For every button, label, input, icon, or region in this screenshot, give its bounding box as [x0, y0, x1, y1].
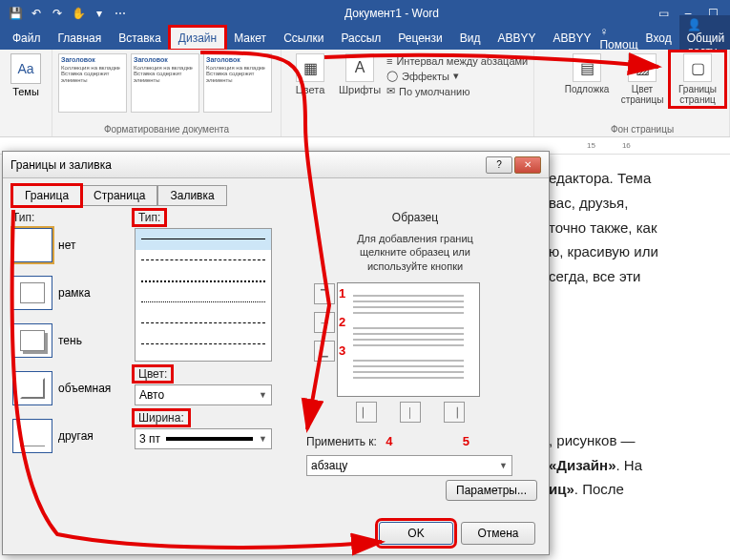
- default-icon: ✉: [386, 85, 395, 97]
- ruler-mark: 16: [622, 141, 631, 150]
- group-bg-label: Фон страницы: [561, 122, 723, 135]
- page-borders-icon: ▢: [683, 53, 712, 82]
- setting-custom[interactable]: другая: [12, 419, 125, 453]
- style-thumb[interactable]: ЗаголовокКоллекция на вкладке Вставка со…: [203, 53, 272, 113]
- apply-to-row: Применить к: 4 5 абзацу▼: [306, 434, 518, 476]
- customize-icon[interactable]: ⋯: [113, 6, 128, 21]
- save-icon[interactable]: 💾: [8, 6, 23, 21]
- group-document-formatting: ЗаголовокКоллекция на вкладке Вставка со…: [52, 50, 282, 136]
- group-colors-fonts: ▦Цвета AШрифты ≡Интервал между абзацами …: [282, 50, 534, 136]
- page-borders-button[interactable]: ▢Границы страниц: [672, 53, 723, 105]
- tab-design[interactable]: Дизайн: [170, 27, 225, 50]
- undo-icon[interactable]: ↶: [29, 6, 44, 21]
- touch-icon[interactable]: ✋: [71, 6, 86, 21]
- tab-file[interactable]: Файл: [4, 27, 50, 50]
- signin-link[interactable]: Вход: [646, 31, 672, 45]
- ribbon-opts-icon[interactable]: ▭: [656, 6, 671, 21]
- setting-label: Тип:: [12, 211, 34, 224]
- tab-layout[interactable]: Макет: [225, 27, 275, 50]
- color-label: Цвет:: [135, 367, 171, 381]
- cancel-button[interactable]: Отмена: [461, 522, 535, 545]
- ribbon-tabs: Файл Главная Вставка Дизайн Макет Ссылки…: [0, 27, 730, 50]
- themes-icon: Aа: [10, 53, 41, 84]
- setting-box[interactable]: рамка: [12, 276, 125, 310]
- chevron-down-icon: ▼: [259, 434, 267, 444]
- style-listbox[interactable]: [135, 228, 272, 362]
- width-label: Ширина:: [135, 411, 188, 425]
- tab-mailings[interactable]: Рассыл: [332, 27, 389, 50]
- group-page-background: ▤Подложка ▨Цвет страницы ▢Границы страни…: [555, 50, 730, 136]
- edge-left-button[interactable]: ▏: [356, 402, 377, 423]
- color-combo[interactable]: Авто▼: [135, 384, 272, 405]
- edge-right-button[interactable]: ▕: [444, 402, 465, 423]
- spacing-icon: ≡: [386, 55, 392, 67]
- edge-bot-button[interactable]: ▁: [314, 341, 335, 362]
- preview-box[interactable]: [337, 282, 480, 397]
- group-format-label: Форматирование документа: [58, 122, 275, 135]
- spacing-button[interactable]: ≡Интервал между абзацами: [386, 55, 528, 67]
- params-button[interactable]: Параметры...: [446, 480, 537, 501]
- apply-label: Применить к:: [306, 435, 377, 448]
- style-label: Тип:: [135, 211, 164, 224]
- tab-insert[interactable]: Вставка: [110, 27, 170, 50]
- setting-none[interactable]: нет: [12, 228, 125, 262]
- fonts-button[interactable]: AШрифты: [337, 53, 383, 135]
- edge-buttons-bottom: ▏ │ ▕: [356, 402, 465, 423]
- redo-icon[interactable]: ↷: [50, 6, 65, 21]
- dialog-tabs: Граница Страница Заливка: [12, 184, 539, 205]
- dialog-titlebar: Границы и заливка ? ✕: [3, 152, 549, 178]
- group-themes: Aа Темы: [0, 50, 52, 136]
- tab-abbyy1[interactable]: ABBYY: [489, 27, 544, 50]
- document-text: едактора. Тема вас, друзья, точно также,…: [549, 168, 728, 504]
- close-icon[interactable]: ✕: [514, 156, 541, 174]
- annot-3: 3: [339, 343, 345, 358]
- ribbon: Aа Темы ЗаголовокКоллекция на вкладке Вс…: [0, 50, 730, 137]
- help-icon[interactable]: ♀ Помощ: [599, 25, 637, 52]
- preview-hint: Для добавления границ щелкните образец и…: [334, 232, 496, 273]
- page-color-icon: ▨: [628, 53, 657, 82]
- style-set-gallery[interactable]: ЗаголовокКоллекция на вкладке Вставка со…: [58, 53, 275, 113]
- annot-2: 2: [339, 315, 345, 329]
- setting-shadow[interactable]: тень: [12, 323, 125, 358]
- effects-button[interactable]: ◯Эффекты ▾: [386, 70, 528, 82]
- titlebar: 💾 ↶ ↷ ✋ ▾ ⋯ Документ1 - Word ▭ – ☐: [0, 0, 730, 27]
- annot-4: 4: [386, 434, 392, 448]
- tab-page[interactable]: Страница: [81, 185, 157, 206]
- fonts-icon: A: [345, 53, 374, 82]
- edge-top-button[interactable]: ▔: [314, 283, 335, 304]
- tab-references[interactable]: Ссылки: [275, 27, 332, 50]
- watermark-icon: ▤: [573, 53, 601, 82]
- themes-label: Темы: [6, 86, 46, 97]
- colors-icon: ▦: [296, 53, 324, 82]
- chevron-down-icon: ▼: [259, 390, 267, 400]
- style-thumb[interactable]: ЗаголовокКоллекция на вкладке Вставка со…: [131, 53, 199, 113]
- tab-abbyy2[interactable]: ABBYY: [544, 27, 599, 50]
- apply-combo[interactable]: абзацу▼: [306, 455, 512, 476]
- chevron-down-icon: ▼: [499, 461, 508, 470]
- dialog-footer: OK Отмена: [379, 522, 535, 545]
- tab-border[interactable]: Граница: [12, 185, 81, 206]
- tab-review[interactable]: Рецензи: [389, 27, 450, 50]
- dialog-help-icon[interactable]: ?: [486, 156, 512, 174]
- effects-icon: ◯: [386, 70, 398, 82]
- tab-view[interactable]: Вид: [451, 27, 490, 50]
- width-combo[interactable]: 3 пт ▼: [135, 428, 272, 449]
- colors-button[interactable]: ▦Цвета: [287, 53, 333, 135]
- ruler-mark: 15: [587, 141, 595, 150]
- tab-fill[interactable]: Заливка: [157, 185, 226, 206]
- annot-1: 1: [339, 286, 345, 301]
- formatting-opts: ≡Интервал между абзацами ◯Эффекты ▾ ✉По …: [386, 53, 528, 135]
- watermark-button[interactable]: ▤Подложка: [561, 53, 613, 105]
- style-thumb[interactable]: ЗаголовокКоллекция на вкладке Вставка со…: [58, 53, 127, 113]
- dialog-title: Границы и заливка: [10, 158, 112, 172]
- tab-home[interactable]: Главная: [50, 27, 111, 50]
- edge-vcenter-button[interactable]: │: [400, 402, 421, 423]
- edge-mid-button[interactable]: ─: [314, 312, 335, 333]
- setting-3d[interactable]: объемная: [12, 371, 125, 405]
- dropdown-icon[interactable]: ▾: [92, 6, 107, 21]
- ok-button[interactable]: OK: [379, 522, 453, 545]
- quick-access-toolbar: 💾 ↶ ↷ ✋ ▾ ⋯: [8, 6, 128, 21]
- default-button[interactable]: ✉По умолчанию: [386, 85, 528, 97]
- themes-button[interactable]: Aа Темы: [6, 53, 46, 97]
- page-color-button[interactable]: ▨Цвет страницы: [616, 53, 668, 105]
